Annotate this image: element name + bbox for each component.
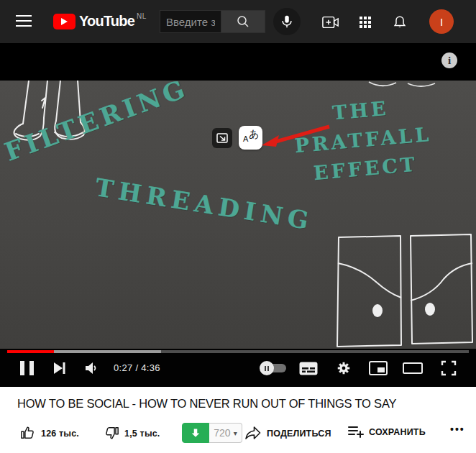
- video-player[interactable]: i: [0, 43, 476, 387]
- share-button[interactable]: ПОДЕЛИТЬСЯ: [244, 425, 334, 441]
- player-top-gradient: [0, 43, 476, 81]
- miniplayer-button[interactable]: [367, 359, 389, 378]
- popup-player-icon: [216, 133, 228, 143]
- microphone-icon: [279, 14, 295, 29]
- video-frame: FILTERING THREADING THE PRATFALL EFFECT …: [0, 81, 476, 349]
- create-video-icon: [322, 15, 339, 29]
- save-label: СОХРАНИТЬ: [369, 426, 426, 437]
- more-actions-button[interactable]: •••: [450, 424, 465, 435]
- search-input[interactable]: [160, 10, 221, 33]
- settings-button[interactable]: [333, 359, 354, 378]
- quality-dropdown[interactable]: 720 ▾: [209, 423, 242, 443]
- autoplay-toggle-knob: [260, 361, 274, 375]
- apps-grid-icon: [360, 17, 371, 28]
- video-info-section: HOW TO BE SOCIAL - HOW TO NEVER RUN OUT …: [0, 387, 476, 453]
- info-icon[interactable]: i: [441, 52, 457, 68]
- drawn-arcs-top-right: [363, 81, 442, 91]
- gear-icon: [336, 360, 352, 376]
- like-count: 126 тыс.: [41, 428, 79, 439]
- next-icon: [54, 362, 66, 375]
- player-controls: 0:27 / 4:36: [0, 349, 476, 387]
- search-button[interactable]: [221, 10, 265, 33]
- volume-icon: [85, 362, 98, 375]
- miniplayer-icon: [369, 361, 388, 375]
- dislike-count: 1,5 тыс.: [124, 428, 160, 439]
- fullscreen-button[interactable]: [438, 359, 459, 378]
- drawn-cards-illustration: [327, 229, 476, 349]
- top-header: YouTube NL: [0, 0, 476, 43]
- pause-icon: [20, 361, 34, 375]
- autoplay-toggle[interactable]: [262, 364, 286, 372]
- voice-search-button[interactable]: [273, 8, 301, 35]
- time-display: 0:27 / 4:36: [114, 362, 160, 373]
- translate-icon: A: [243, 134, 248, 143]
- save-button[interactable]: СОХРАНИТЬ: [348, 425, 428, 438]
- country-badge: NL: [137, 12, 147, 20]
- progress-played: [7, 350, 54, 353]
- progress-bar[interactable]: [7, 350, 469, 353]
- youtube-play-icon: [53, 14, 75, 29]
- subtitles-button[interactable]: [298, 359, 319, 378]
- quality-value: 720: [214, 427, 230, 439]
- theater-mode-icon: [403, 362, 423, 374]
- avatar-initial: I: [440, 16, 443, 28]
- translate-button[interactable]: A あ: [239, 126, 262, 150]
- chalk-word-threading: THREADING: [93, 173, 316, 235]
- chalk-phrase-pratfall-effect: THE PRATFALL EFFECT: [281, 90, 445, 191]
- like-button[interactable]: 126 тыс.: [20, 425, 81, 441]
- thumbs-up-icon: [20, 425, 36, 441]
- theater-mode-button[interactable]: [402, 359, 424, 378]
- fullscreen-icon: [441, 360, 457, 376]
- bell-icon: [392, 14, 408, 30]
- menu-icon[interactable]: [16, 15, 33, 28]
- next-button[interactable]: [49, 359, 70, 378]
- apps-button[interactable]: [357, 14, 374, 31]
- notifications-button[interactable]: [391, 14, 408, 31]
- add-to-playlist-icon: [348, 425, 364, 438]
- volume-button[interactable]: [81, 359, 102, 378]
- youtube-logo[interactable]: YouTube NL: [53, 13, 147, 29]
- share-icon: [244, 425, 262, 441]
- share-label: ПОДЕЛИТЬСЯ: [267, 428, 331, 439]
- chevron-down-icon: ▾: [234, 429, 237, 437]
- thumbs-down-icon: [104, 425, 119, 441]
- dislike-button[interactable]: 1,5 тыс.: [104, 425, 162, 441]
- account-avatar[interactable]: I: [429, 9, 454, 34]
- download-button[interactable]: [182, 423, 209, 443]
- search-bar: [160, 10, 265, 33]
- create-video-button[interactable]: [322, 14, 339, 31]
- subtitles-icon: [299, 362, 318, 375]
- logo-text: YouTube: [79, 13, 134, 29]
- youtube-page: YouTube NL: [0, 0, 476, 453]
- search-icon: [236, 14, 250, 29]
- popup-player-button[interactable]: [212, 128, 232, 148]
- download-icon: [191, 428, 201, 439]
- pause-button[interactable]: [16, 359, 37, 378]
- video-title: HOW TO BE SOCIAL - HOW TO NEVER RUN OUT …: [17, 397, 396, 411]
